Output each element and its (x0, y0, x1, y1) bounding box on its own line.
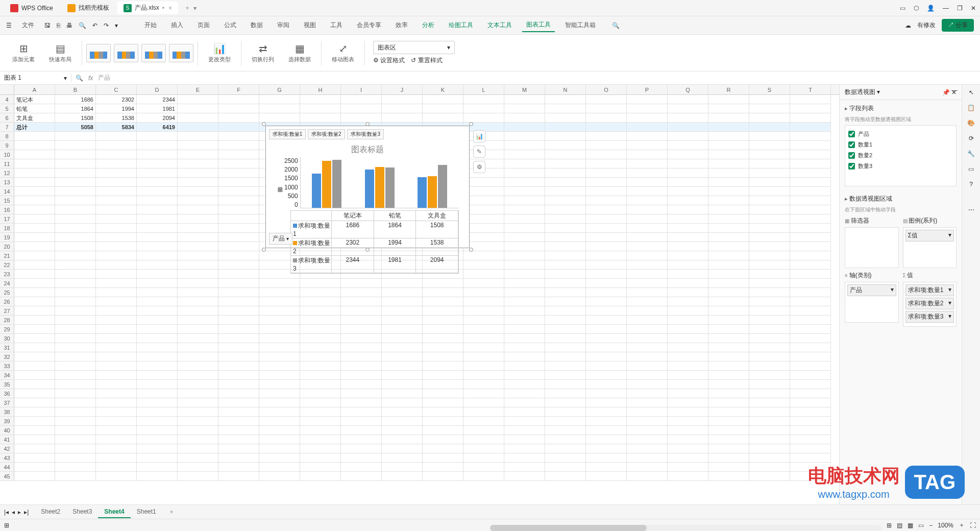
cell[interactable] (341, 104, 382, 113)
cell[interactable] (55, 251, 96, 260)
cell[interactable] (586, 297, 627, 306)
cell[interactable] (545, 104, 586, 113)
cell[interactable] (341, 398, 382, 407)
cell[interactable] (178, 95, 218, 104)
cell[interactable] (790, 426, 831, 435)
col-header[interactable]: Q (668, 85, 708, 94)
cell[interactable] (790, 361, 831, 371)
cell[interactable] (668, 426, 708, 435)
cell[interactable] (14, 463, 55, 472)
cell[interactable] (137, 453, 178, 463)
chart-elements-icon[interactable]: 📊 (473, 130, 485, 142)
cell[interactable] (708, 444, 749, 453)
cell[interactable] (341, 95, 382, 104)
view-split-icon[interactable]: ▦ (908, 522, 913, 529)
cell[interactable] (218, 214, 259, 224)
cell[interactable] (545, 297, 586, 306)
cell[interactable] (708, 132, 749, 141)
cell[interactable] (14, 316, 55, 325)
cell[interactable] (341, 444, 382, 453)
col-header[interactable]: N (545, 85, 586, 94)
cell[interactable] (218, 150, 259, 159)
cell[interactable] (382, 306, 423, 316)
cell[interactable] (668, 297, 708, 306)
cell[interactable] (545, 389, 586, 398)
cell[interactable] (96, 297, 137, 306)
cell[interactable] (790, 288, 831, 297)
cell[interactable] (218, 453, 259, 463)
value-chip[interactable]: 求和项:数量1▾ (905, 284, 954, 296)
zoom-level[interactable]: 100% (938, 522, 953, 529)
cell[interactable] (790, 444, 831, 453)
redo-icon[interactable]: ↷ (104, 22, 109, 29)
cell[interactable] (708, 279, 749, 288)
cell[interactable] (96, 242, 137, 251)
cell[interactable] (137, 260, 178, 270)
cell[interactable] (790, 242, 831, 251)
cell[interactable]: 1981 (137, 104, 178, 113)
row-header[interactable]: 20 (0, 242, 14, 251)
row-header[interactable]: 12 (0, 168, 14, 178)
cell[interactable] (586, 233, 627, 242)
cell[interactable] (14, 132, 55, 141)
cell[interactable] (382, 453, 423, 463)
cell[interactable] (586, 270, 627, 279)
status-left-icon[interactable]: ⊞ (4, 522, 9, 529)
cell[interactable] (749, 150, 790, 159)
cell[interactable] (627, 472, 668, 481)
cell[interactable] (708, 435, 749, 444)
cell[interactable] (137, 361, 178, 371)
cell[interactable] (749, 426, 790, 435)
cell[interactable] (586, 214, 627, 224)
cell[interactable] (14, 398, 55, 407)
cell[interactable] (586, 178, 627, 187)
cell[interactable] (178, 398, 218, 407)
horizontal-scrollbar[interactable] (490, 525, 882, 531)
cell[interactable] (586, 352, 627, 361)
cell[interactable] (586, 361, 627, 371)
cell[interactable] (463, 113, 504, 123)
row-header[interactable]: 8 (0, 132, 14, 141)
cell[interactable] (341, 361, 382, 371)
cell[interactable] (96, 325, 137, 334)
cell[interactable] (96, 417, 137, 426)
row-header[interactable]: 29 (0, 325, 14, 334)
cell[interactable] (627, 104, 668, 113)
row-header[interactable]: 15 (0, 196, 14, 205)
cell[interactable] (545, 279, 586, 288)
cell[interactable] (463, 472, 504, 481)
cell[interactable] (545, 159, 586, 168)
cell[interactable] (218, 334, 259, 343)
cell[interactable] (96, 316, 137, 325)
cell[interactable] (300, 113, 341, 123)
menu-efficiency[interactable]: 效率 (391, 19, 412, 32)
cell[interactable] (14, 233, 55, 242)
cell[interactable] (218, 113, 259, 123)
cell[interactable] (218, 141, 259, 150)
add-element-button[interactable]: ⊞添加元素 (6, 40, 41, 65)
cell[interactable] (545, 123, 586, 132)
cell[interactable] (504, 453, 545, 463)
cell[interactable] (178, 233, 218, 242)
cell[interactable] (545, 224, 586, 233)
prev-sheet-icon[interactable]: ◂ (12, 509, 15, 516)
cell[interactable] (96, 196, 137, 205)
cell[interactable] (790, 463, 831, 472)
cell[interactable] (749, 123, 790, 132)
cell[interactable] (790, 389, 831, 398)
cell[interactable] (382, 352, 423, 361)
row-header[interactable]: 38 (0, 407, 14, 417)
chart-filter-icon[interactable]: ⚙ (473, 161, 485, 173)
cell[interactable] (382, 426, 423, 435)
cell[interactable] (14, 288, 55, 297)
cell[interactable] (749, 325, 790, 334)
cell[interactable] (749, 316, 790, 325)
cell[interactable] (341, 113, 382, 123)
cell[interactable]: 2094 (137, 113, 178, 123)
cell[interactable] (300, 371, 341, 380)
cell[interactable] (96, 141, 137, 150)
cell[interactable] (55, 150, 96, 159)
share-button[interactable]: ↗ 分享 (942, 19, 974, 32)
cell[interactable]: 5058 (55, 123, 96, 132)
cell[interactable] (708, 343, 749, 352)
